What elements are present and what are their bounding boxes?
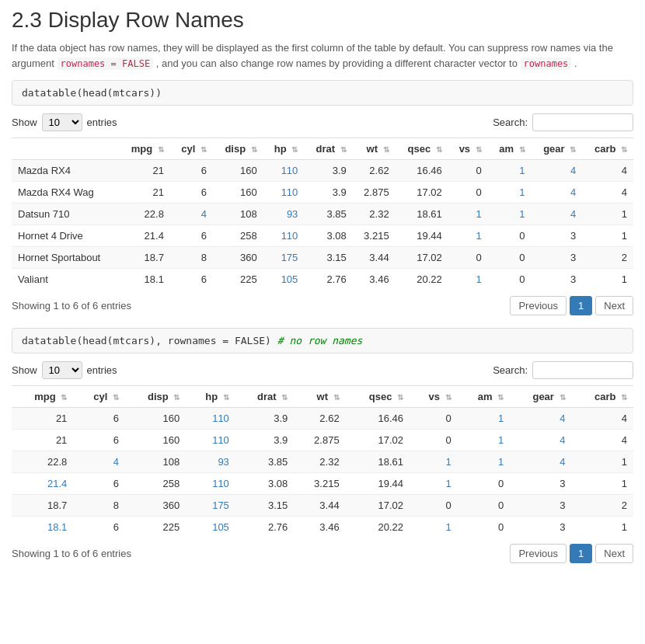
table2-cell-drat: 3.85 <box>235 451 294 473</box>
table-row: Hornet 4 Drive21.462581103.083.21519.441… <box>12 225 633 247</box>
table1-cell-qsec: 19.44 <box>396 225 448 247</box>
table1-entries-select[interactable]: 10 25 50 100 <box>42 113 82 131</box>
table2-code-block: datatable(head(mtcars), rownames = FALSE… <box>12 328 633 353</box>
table2-section: datatable(head(mtcars), rownames = FALSE… <box>12 328 633 563</box>
table1-col-drat[interactable]: drat ⇅ <box>304 138 352 160</box>
table2-cell-gear: 3 <box>510 517 571 538</box>
sort-icon2-qsec: ⇅ <box>397 393 403 402</box>
table1-col-cyl[interactable]: cyl ⇅ <box>170 138 213 160</box>
table1-cell-hp: 175 <box>263 247 305 269</box>
table1-next-button[interactable]: Next <box>595 296 633 315</box>
table1-cell-carb: 4 <box>582 182 633 204</box>
table2-cell-hp: 110 <box>186 430 235 451</box>
table1-cell-wt: 3.215 <box>353 225 396 247</box>
table2-cell-wt: 3.215 <box>294 473 345 495</box>
sort-icon-mpg: ⇅ <box>158 145 164 154</box>
table1-col-carb[interactable]: carb ⇅ <box>582 138 633 160</box>
table1-col-wt[interactable]: wt ⇅ <box>353 138 396 160</box>
table1-cell-qsec: 20.22 <box>396 269 448 291</box>
table1-cell-gear: 4 <box>532 160 583 182</box>
table1-cell-qsec: 16.46 <box>396 160 448 182</box>
table2-col-cyl[interactable]: cyl ⇅ <box>73 386 125 408</box>
table1-cell-am: 0 <box>488 269 532 291</box>
table2-col-qsec[interactable]: qsec ⇅ <box>346 386 410 408</box>
table2-col-gear[interactable]: gear ⇅ <box>510 386 571 408</box>
table1-cell-mpg: 21.4 <box>119 225 170 247</box>
table2-cell-carb: 4 <box>572 408 633 430</box>
page-description: If the data object has row names, they w… <box>12 40 633 71</box>
table2-pagination: Previous 1 Next <box>510 544 633 563</box>
table2-col-wt[interactable]: wt ⇅ <box>294 386 345 408</box>
table2-cell-qsec: 19.44 <box>346 473 410 495</box>
table2-search-input[interactable] <box>532 361 633 379</box>
table2-cell-cyl: 6 <box>73 517 125 538</box>
table1-cell-drat: 3.9 <box>304 182 352 204</box>
table1-cell-am: 0 <box>488 247 532 269</box>
table2-cell-vs: 0 <box>410 430 458 451</box>
table2-cell-vs: 1 <box>410 473 458 495</box>
table2-entries-select[interactable]: 10 25 50 100 <box>42 361 82 379</box>
table1-col-mpg[interactable]: mpg ⇅ <box>119 138 170 160</box>
table2-cell-am: 1 <box>458 430 511 451</box>
table2-cell-hp: 110 <box>186 473 235 495</box>
table-row: 22.84108933.852.3218.611141 <box>12 451 633 473</box>
table2-col-drat[interactable]: drat ⇅ <box>235 386 294 408</box>
table2-cell-mpg: 18.7 <box>12 495 73 517</box>
table1-col-disp[interactable]: disp ⇅ <box>213 138 263 160</box>
table2-page1-button[interactable]: 1 <box>570 544 592 563</box>
table1-page1-button[interactable]: 1 <box>570 296 592 315</box>
table1-col-rowname[interactable] <box>12 138 119 160</box>
table1-cell-drat: 3.85 <box>304 204 352 225</box>
table2-cell-am: 0 <box>458 495 511 517</box>
sort-icon-am: ⇅ <box>519 145 525 154</box>
table2-bottom-controls: Showing 1 to 6 of 6 entries Previous 1 N… <box>12 544 633 563</box>
table1-search-input[interactable] <box>532 113 633 131</box>
table2-cell-drat: 3.9 <box>235 408 294 430</box>
table2-col-vs[interactable]: vs ⇅ <box>410 386 458 408</box>
table2-cell-cyl: 4 <box>73 451 125 473</box>
table1-cell-gear: 3 <box>532 225 583 247</box>
sort-icon2-vs: ⇅ <box>445 393 452 402</box>
sort-icon2-cyl: ⇅ <box>113 393 119 402</box>
table2-cell-am: 0 <box>458 473 511 495</box>
sort-icon-qsec: ⇅ <box>436 145 442 154</box>
table2-cell-wt: 2.62 <box>294 408 345 430</box>
table2-cell-am: 0 <box>458 517 511 538</box>
table2-col-disp[interactable]: disp ⇅ <box>125 386 186 408</box>
sort-icon2-carb: ⇅ <box>621 393 627 402</box>
table1-cell-vs: 0 <box>448 247 488 269</box>
table1-section: datatable(head(mtcars)) Show 10 25 50 10… <box>12 80 633 315</box>
table1-cell-disp: 360 <box>213 247 263 269</box>
table2-showing-info: Showing 1 to 6 of 6 entries <box>12 548 131 559</box>
table1-cell-cyl: 6 <box>170 160 213 182</box>
sort-icon-cyl: ⇅ <box>200 145 207 154</box>
table1-cell-vs: 0 <box>448 160 488 182</box>
sort-icon2-hp: ⇅ <box>223 393 229 402</box>
table1-prev-button[interactable]: Previous <box>510 296 567 315</box>
table1-col-hp[interactable]: hp ⇅ <box>263 138 305 160</box>
table1-col-gear[interactable]: gear ⇅ <box>532 138 583 160</box>
table-row: 18.162251052.763.4620.221031 <box>12 517 633 538</box>
table1-showing-info: Showing 1 to 6 of 6 entries <box>12 300 131 312</box>
table2-cell-gear: 4 <box>510 430 571 451</box>
page-title: 2.3 Display Row Names <box>12 8 633 33</box>
table1-col-am[interactable]: am ⇅ <box>488 138 532 160</box>
table2-col-mpg[interactable]: mpg ⇅ <box>12 386 73 408</box>
table2-cell-hp: 93 <box>186 451 235 473</box>
table2-col-am[interactable]: am ⇅ <box>458 386 511 408</box>
table1-cell-mpg: 18.7 <box>119 247 170 269</box>
table2-col-carb[interactable]: carb ⇅ <box>572 386 633 408</box>
table2-prev-button[interactable]: Previous <box>510 544 567 563</box>
sort-icon2-disp: ⇅ <box>173 393 180 402</box>
table2-next-button[interactable]: Next <box>595 544 633 563</box>
table2-cell-wt: 2.875 <box>294 430 345 451</box>
table1-cell-gear: 3 <box>532 247 583 269</box>
table2-show-label: Show <box>12 364 37 376</box>
table1-col-vs[interactable]: vs ⇅ <box>448 138 488 160</box>
table2-col-hp[interactable]: hp ⇅ <box>186 386 235 408</box>
table1-show-entries: Show 10 25 50 100 entries <box>12 113 117 131</box>
table1-col-qsec[interactable]: qsec ⇅ <box>396 138 448 160</box>
table2-cell-wt: 3.46 <box>294 517 345 538</box>
table1-cell-carb: 1 <box>582 225 633 247</box>
table1-cell-cyl: 8 <box>170 247 213 269</box>
